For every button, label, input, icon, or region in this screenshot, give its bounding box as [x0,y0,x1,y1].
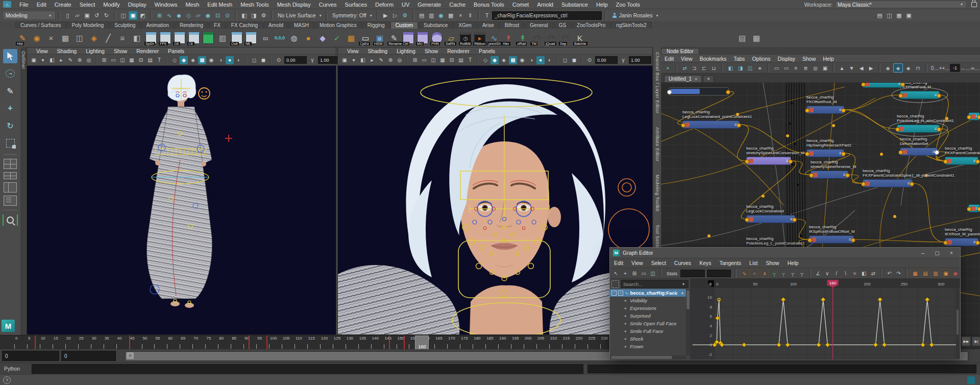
exposure-field[interactable]: 0.00 [595,56,618,64]
ipr-render-icon[interactable]: ▷ [391,11,400,20]
select-object-icon[interactable]: ▣ [129,11,137,20]
shelf-grid-icon[interactable]: ▦ [749,30,764,45]
menu-display[interactable]: Display [124,1,151,8]
shelf-tab-xgen[interactable]: XGen [453,21,477,29]
snap-curve-icon[interactable]: ∿ [165,11,174,20]
pre-infinity-icon[interactable]: ↶ [885,269,893,277]
menu-edit-mesh[interactable]: Edit Mesh [203,1,236,8]
ao-icon[interactable]: ● [536,56,545,64]
wireframe-on-shaded-icon[interactable]: ◈ [500,56,508,64]
playback-start-field[interactable]: 0 [2,351,59,361]
stacked-curves-icon[interactable]: ▣ [941,269,950,278]
command-language-label[interactable]: Python [0,366,32,372]
graph-editor-window[interactable]: M Graph Editor – ▢ × EditViewSelectCurve… [609,247,961,358]
flag-icon[interactable]: ▸ [368,56,376,64]
shelf-item-jquad[interactable]: ◠jQuad [544,30,558,45]
select-hierarchy-icon[interactable]: ◫ [119,11,128,20]
hik-character-icon[interactable]: ▤ [735,30,749,45]
graph-editor-menu-edit[interactable]: Edit [610,260,627,266]
channel-row-expressions[interactable]: ◄Expressions [610,304,686,312]
motion-trail-icon[interactable]: ◉ [437,11,446,20]
select-component-icon[interactable]: ◩ [138,11,147,20]
shelf-tab-gs[interactable]: GS [554,21,571,29]
shelf-item-0-0-0[interactable]: 0,0,0 [273,30,287,45]
input-port[interactable] [805,152,810,156]
menu-edit[interactable]: Edit [33,1,51,8]
menu-mesh[interactable]: Mesh [181,1,203,8]
gate-mask-icon[interactable]: ▦ [128,56,136,64]
shelf-item-panel-8[interactable]: ◧ [130,30,144,45]
retime-tool-icon[interactable]: ◫ [649,269,657,277]
graph-editor-menu-list[interactable]: List [745,260,762,266]
menu-select[interactable]: Select [76,1,100,8]
shelf-tab-curves-surfaces[interactable]: Curves / Surfaces [15,21,66,29]
menu-create[interactable]: Create [51,1,76,8]
node-stretchyspinereverse-m[interactable]: ≡ [811,171,848,179]
viewport-3d-canvas[interactable] [338,66,652,334]
output-port[interactable] [851,238,855,243]
shelf-item-ctrl[interactable]: Ctrl [401,30,415,45]
expand-icon[interactable]: ↔… [961,64,970,72]
output-port[interactable] [937,93,941,98]
output-port[interactable] [975,159,980,164]
chevron-down-icon[interactable]: ▾ [369,13,374,18]
shelf-item-wheel-1[interactable]: ◉ [30,30,44,45]
output-port[interactable] [792,218,797,222]
safe-action-icon[interactable]: ▤ [457,56,465,64]
node-unnamed-0[interactable] [669,87,729,95]
isolate-select-icon[interactable]: ◼ [259,56,267,64]
shelf-tab-fx[interactable]: FX [209,21,226,29]
move-nearest-picked-key-icon[interactable]: ↖ [612,269,620,277]
traversal-depth-badge[interactable]: -1 [950,64,960,72]
viewport-menu-lighting[interactable]: Lighting [82,48,109,54]
scale-tool[interactable] [3,136,17,150]
shelf-item-hsw[interactable]: ▣HSW [373,30,387,45]
io-connections-icon[interactable]: ⊔ [709,64,718,72]
time-snap-icon[interactable]: ▦ [911,269,920,278]
gamma-icon[interactable]: γ [308,56,316,64]
flat-tangents-icon[interactable]: ┬ [770,269,778,277]
node-editor-menu-edit[interactable]: Edit [661,56,677,62]
film-gate-icon[interactable]: ▭ [420,56,428,64]
node-editor-menu-options[interactable]: Options [748,56,774,62]
gate-mask-icon[interactable]: ▦ [438,56,447,64]
channel-vscrollbar[interactable] [686,289,690,355]
output-port[interactable] [935,150,939,155]
layout-2-icon[interactable]: ◈ [893,63,903,73]
node-editor-menu-view[interactable]: View [677,56,696,62]
input-connections-icon[interactable]: ◧ [240,11,249,20]
input-port[interactable] [943,159,948,164]
render-current-frame-icon[interactable]: ▶ [381,11,390,20]
bookmark-icon[interactable]: ▾ [350,56,358,64]
pin-all-icon[interactable]: ∗ [755,64,764,72]
shelf-item-fpe[interactable]: FPE [158,30,173,45]
value-snap-icon[interactable]: ▤ [921,269,930,278]
channel-row-surprised[interactable]: ◄Surprised [610,312,686,320]
textured-icon[interactable]: ▩ [509,56,517,64]
menu-file[interactable]: File [15,1,33,8]
mute-icon[interactable]: × [456,11,465,20]
input-port[interactable] [861,83,866,87]
pencil-icon[interactable]: ✎ [66,56,75,64]
add-selected-icon[interactable]: ◧ [726,64,735,72]
post-infinity-icon[interactable]: ↷ [894,269,902,277]
node-editor-graph-tab[interactable]: Untitled_1 × [664,75,702,82]
input-port[interactable] [967,115,971,119]
xgen-panel-icon[interactable]: ▣ [904,11,913,20]
shelf-item-zirail[interactable]: ↟ziRail [516,30,530,45]
textured-icon[interactable]: ▩ [198,56,206,64]
shelf-tab-zootoolspro[interactable]: ZooToolsPro [572,21,610,29]
shelf-tab-animation[interactable]: Animation [141,21,174,29]
motion-blur-icon[interactable]: ◐ [546,56,554,64]
wireframe-icon[interactable]: ◇ [481,56,489,64]
shelf-item-grid-3[interactable]: ▦ [58,30,72,45]
normalize-icon[interactable]: ▥ [931,269,940,278]
redo-icon[interactable]: ↻ [102,11,111,20]
viewport-menu-show[interactable]: Show [110,48,131,54]
isolate-zoom-button[interactable] [3,214,18,226]
node-leglockconstrained[interactable]: ≡ [746,215,795,223]
field-chart-icon[interactable]: ⊟ [137,56,145,64]
shelf-item-knife-6[interactable]: ╱ [101,30,115,45]
prev-graph-icon[interactable]: ◀ [857,64,866,72]
lock-tangent-weight-icon[interactable]: \ [842,269,850,277]
